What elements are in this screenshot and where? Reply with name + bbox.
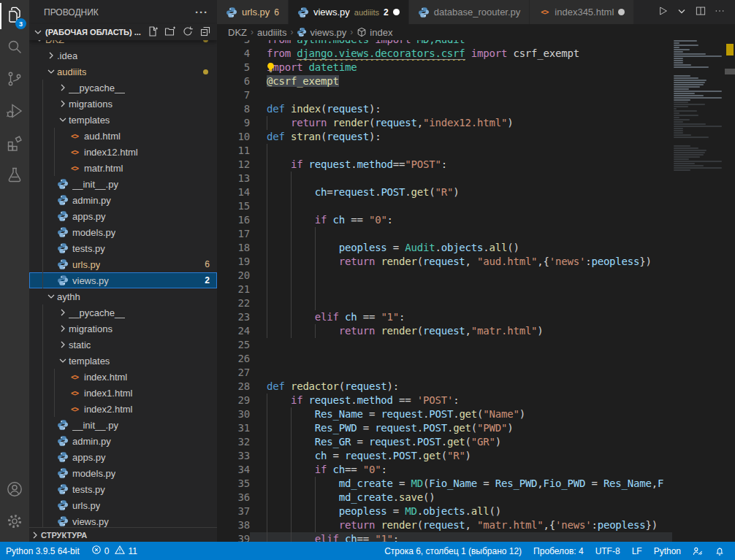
code-line-text[interactable]: return render(request,"matr.html"): [250, 324, 672, 338]
code-line-text[interactable]: [250, 296, 672, 310]
code-line-text[interactable]: import datetime: [250, 61, 672, 74]
tree-item-tests-py[interactable]: tests.py: [29, 240, 217, 256]
code-line-text[interactable]: if request.method == 'POST':: [250, 394, 672, 407]
activity-bar-item-extensions[interactable]: [0, 129, 29, 161]
scrollbar-thumb[interactable]: [725, 69, 735, 74]
tree-item-index12-html[interactable]: <>index12.html: [29, 144, 217, 160]
activity-bar-item-run-debug[interactable]: [0, 96, 29, 129]
run-button[interactable]: [655, 4, 671, 20]
code-line-text[interactable]: return render(request, "aud.html",{'news…: [250, 255, 672, 269]
line-number[interactable]: 35: [217, 477, 250, 491]
line-number[interactable]: 18: [217, 241, 250, 255]
code-line-text[interactable]: def index(request):: [250, 102, 672, 116]
code-line-text[interactable]: Res_Name = request.POST.get("Name"): [250, 407, 672, 421]
line-number[interactable]: 30: [217, 407, 250, 421]
status-cursor-position[interactable]: Строка 6, столбец 1 (выбрано 12): [378, 542, 528, 560]
status-problems[interactable]: 011: [85, 542, 143, 560]
code-line-text[interactable]: if ch== "0":: [250, 463, 672, 477]
line-number[interactable]: 31: [217, 421, 250, 435]
tree-item-apps-py[interactable]: apps.py: [29, 449, 217, 465]
line-number[interactable]: 11: [217, 144, 250, 158]
code-line-text[interactable]: [250, 227, 672, 241]
activity-bar-item-settings[interactable]: [0, 507, 29, 539]
code-line-text[interactable]: def redactor(request):: [250, 380, 672, 394]
minimap[interactable]: [672, 16, 725, 542]
refresh-icon[interactable]: [182, 26, 194, 39]
tab-views-py[interactable]: views.pyaudiiits2: [289, 0, 409, 24]
code-line-text[interactable]: [250, 269, 672, 283]
more-actions-button[interactable]: [712, 4, 728, 20]
activity-bar-item-source-control[interactable]: [0, 64, 29, 96]
line-number[interactable]: 23: [217, 310, 250, 324]
code-line-text[interactable]: peopless = Audit.objects.all(): [250, 241, 672, 255]
line-number[interactable]: 25: [217, 338, 250, 352]
new-file-icon[interactable]: [147, 26, 159, 39]
tree-item-matr-html[interactable]: <>matr.html: [29, 160, 217, 176]
line-number[interactable]: 32: [217, 435, 250, 449]
tree-item-models-py[interactable]: models.py: [29, 465, 217, 481]
line-number[interactable]: 24: [217, 324, 250, 338]
lightbulb-icon[interactable]: [265, 62, 276, 73]
line-number[interactable]: 9: [217, 116, 250, 130]
code-line-text[interactable]: @csrf_exempt: [250, 74, 672, 88]
status-encoding[interactable]: UTF-8: [590, 542, 626, 560]
code-line-text[interactable]: from django.views.decorators.csrf import…: [250, 47, 672, 61]
tab-urls-py[interactable]: urls.py6: [217, 0, 289, 24]
split-editor-button[interactable]: [693, 4, 709, 20]
code-line-text[interactable]: ch=request.POST.get("R"): [250, 185, 672, 199]
line-number[interactable]: 15: [217, 199, 250, 213]
code-line-text[interactable]: [250, 199, 672, 213]
dirty-indicator-icon[interactable]: [618, 9, 625, 15]
new-folder-icon[interactable]: [164, 26, 176, 39]
code-line-text[interactable]: peopless = MD.objects.all(): [250, 505, 672, 518]
tree-item-urls-py[interactable]: urls.py6: [29, 256, 217, 272]
tree-item-admin-py[interactable]: admin.py: [29, 192, 217, 208]
explorer-more-actions-button[interactable]: ···: [195, 6, 208, 18]
tree-item-urls-py[interactable]: urls.py: [29, 497, 217, 513]
code-line-text[interactable]: [250, 172, 672, 185]
activity-bar-item-testing[interactable]: [0, 161, 29, 193]
code-line-text[interactable]: [250, 144, 672, 158]
line-number[interactable]: 5: [217, 61, 250, 74]
breadcrumb-item-audiiits[interactable]: audiiits: [257, 27, 286, 38]
status-indentation[interactable]: Пробелов: 4: [528, 542, 590, 560]
tree-item-admin-py[interactable]: admin.py: [29, 433, 217, 449]
tree-item-index2-html[interactable]: <>index2.html: [29, 401, 217, 417]
status-eol[interactable]: LF: [626, 542, 648, 560]
tree-item-static[interactable]: static: [29, 337, 217, 353]
line-number[interactable]: 34: [217, 463, 250, 477]
line-number[interactable]: 19: [217, 255, 250, 269]
tree-item-aud-html[interactable]: <>aud.html: [29, 128, 217, 144]
code-line-text[interactable]: if ch == "0":: [250, 213, 672, 227]
line-number[interactable]: 6: [217, 74, 250, 88]
tree-item-index1-html[interactable]: <>index1.html: [29, 385, 217, 401]
outline-section-header[interactable]: СТРУКТУРА: [29, 527, 217, 542]
tab-database-roouter-py[interactable]: database_roouter.py: [409, 0, 530, 24]
code-line-text[interactable]: [250, 338, 672, 352]
line-number[interactable]: 29: [217, 394, 250, 407]
code-line-text[interactable]: [250, 366, 672, 380]
breadcrumb-item-index[interactable]: index: [357, 27, 392, 38]
line-number[interactable]: 12: [217, 158, 250, 172]
line-number[interactable]: 27: [217, 366, 250, 380]
tree-item-models-py[interactable]: models.py: [29, 224, 217, 240]
line-number[interactable]: 38: [217, 518, 250, 532]
line-number[interactable]: 7: [217, 88, 250, 102]
line-number[interactable]: 21: [217, 283, 250, 296]
tree-item--pycache-[interactable]: __pycache__: [29, 80, 217, 96]
line-number[interactable]: 10: [217, 130, 250, 144]
tree-item-templates[interactable]: templates: [29, 112, 217, 128]
code-line-text[interactable]: md_create.save(): [250, 491, 672, 505]
tree-item-views-py[interactable]: views.py2: [29, 272, 217, 288]
code-line-text[interactable]: elif ch== "1":: [250, 532, 672, 542]
tree-item--init-py[interactable]: __init__.py: [29, 417, 217, 433]
tree-item-audiiits[interactable]: audiiits: [29, 64, 217, 80]
code-line-text[interactable]: return render(request, "matr.html",{'new…: [250, 518, 672, 532]
code-line-text[interactable]: Res_PWD = request.POST.get("PWD"): [250, 421, 672, 435]
code-line-text[interactable]: def stran(request):: [250, 130, 672, 144]
dirty-indicator-icon[interactable]: [393, 9, 400, 15]
line-number[interactable]: 36: [217, 491, 250, 505]
line-number[interactable]: 4: [217, 47, 250, 61]
code-line-text[interactable]: [250, 352, 672, 366]
line-number[interactable]: 17: [217, 227, 250, 241]
